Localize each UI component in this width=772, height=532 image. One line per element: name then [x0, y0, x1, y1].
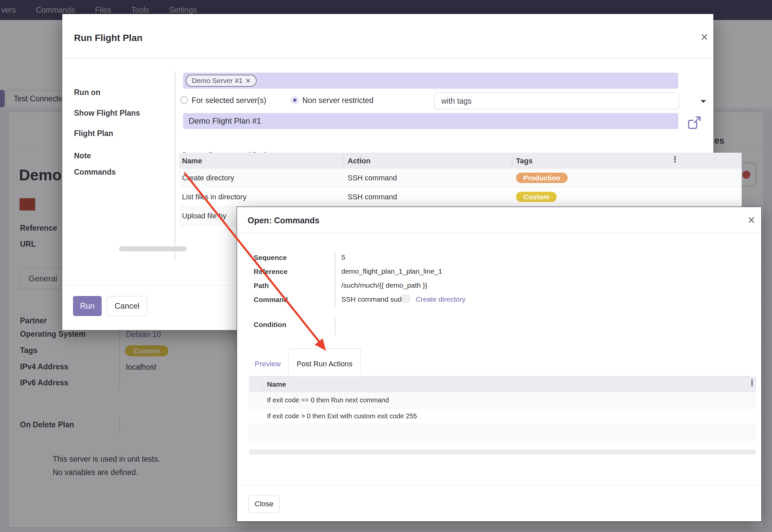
cancel-button[interactable]: Cancel [107, 296, 147, 316]
tab-post-run-actions-label: Post Run Actions [297, 360, 353, 368]
col-tags[interactable]: Tags [516, 157, 533, 165]
actions-hscrollbar[interactable] [249, 449, 756, 455]
row-tag-badge: Production [516, 173, 568, 183]
fields-divider [335, 251, 335, 308]
tab-preview[interactable]: Preview [255, 360, 281, 368]
row-name: Upload file by [182, 212, 226, 220]
sudo-checkbox[interactable] [402, 295, 410, 303]
run-modal-header-divider [62, 58, 713, 59]
radio-selected-servers-label[interactable]: For selected server(s) [192, 96, 266, 105]
tag-remove-icon[interactable]: ✕ [245, 77, 251, 85]
commands-modal-close-icon[interactable]: × [748, 214, 755, 226]
flight-plan-select[interactable]: Demo Flight Plan #1 [183, 113, 678, 129]
table-row[interactable]: List files in directory SSH command Cust… [179, 188, 742, 207]
with-tags-caret-icon [701, 100, 706, 103]
table-row[interactable]: If exit code == 0 then Run next command [249, 392, 756, 408]
table-row[interactable]: If exit code > 0 then Exit with custom e… [249, 408, 756, 424]
actions-table-header: Name ⋮ [249, 376, 756, 392]
actions-col-name[interactable]: Name [267, 380, 286, 388]
table-row-empty [249, 424, 756, 440]
run-on-tag-label: Demo Server #1 [192, 77, 243, 85]
tab-post-run-actions[interactable]: Post Run Actions [289, 348, 361, 376]
run-on-label: Run on [74, 88, 100, 97]
table-row[interactable]: Create directory SSH command Production [179, 169, 742, 188]
table-options-icon[interactable]: ⋮ [671, 158, 679, 161]
row-action: SSH command [348, 193, 397, 201]
col-name[interactable]: Name [182, 157, 202, 165]
run-button[interactable]: Run [73, 296, 102, 316]
actions-table-options-icon[interactable]: ⋮ [748, 381, 756, 384]
close-button[interactable]: Close [249, 495, 279, 513]
flight-plan-value: Demo Flight Plan #1 [189, 116, 261, 126]
commands-modal-footer-divider [237, 485, 761, 485]
reference-value: demo_flight_plan_1_plan_line_1 [341, 267, 442, 275]
action-row-name: If exit code > 0 then Exit with custom e… [267, 412, 417, 420]
action-row-name: If exit code == 0 then Run next command [267, 396, 389, 404]
radio-non-restricted-label[interactable]: Non server restricted [302, 96, 373, 105]
external-link-icon[interactable] [687, 116, 701, 130]
radio-non-restricted[interactable] [291, 96, 299, 104]
col-divider-2 [512, 155, 512, 166]
radio-selected-dot [293, 98, 297, 102]
condition-divider [335, 318, 335, 335]
row-name: List files in directory [182, 193, 246, 201]
sequence-value: 5 [341, 253, 345, 261]
path-value: /such/much/{{ demo_path }} [341, 281, 427, 289]
row-tag-badge: Custom [516, 192, 557, 202]
condition-label: Condition [254, 321, 286, 329]
command-value: SSH command sudo [341, 295, 406, 303]
run-modal-title: Run Flight Plan [74, 33, 142, 43]
note-label: Note [74, 151, 91, 160]
with-tags-value: with tags [441, 97, 472, 106]
create-directory-link[interactable]: Create directory [416, 295, 465, 303]
modal-label-divider [175, 71, 175, 261]
row-action: SSH command [348, 174, 397, 182]
path-label: Path [254, 282, 269, 290]
commands-table-header [179, 153, 742, 169]
commands-modal-header-divider [237, 233, 761, 233]
with-tags-select[interactable]: with tags [434, 93, 679, 109]
flight-plan-label: Flight Plan [74, 129, 113, 138]
run-on-tag-pill[interactable]: Demo Server #1 ✕ [186, 75, 257, 87]
show-flight-plans-label: Show Flight Plans [74, 109, 140, 118]
col-divider-1 [343, 155, 344, 166]
run-on-select[interactable]: Demo Server #1 ✕ [183, 73, 678, 89]
run-modal-close-icon[interactable]: × [701, 31, 708, 43]
col-action[interactable]: Action [348, 157, 370, 165]
reference-label: Reference [254, 268, 288, 276]
command-label: Command [254, 296, 288, 304]
radio-selected-servers[interactable] [180, 96, 188, 104]
row-name: Create directory [182, 174, 234, 182]
open-commands-modal: Open: Commands × Sequence Reference Path… [237, 207, 762, 522]
sequence-label: Sequence [254, 254, 287, 262]
commands-label: Commands [74, 168, 116, 177]
screen: vers Commands Files Tools Settings Test … [0, 0, 772, 532]
table-hscrollbar[interactable] [119, 246, 187, 251]
commands-modal-title: Open: Commands [248, 216, 319, 225]
